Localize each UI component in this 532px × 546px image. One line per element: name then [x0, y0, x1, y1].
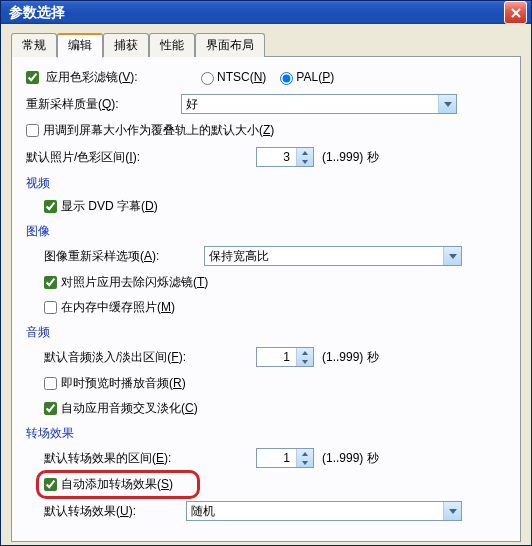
interval-hint-3: (1..999) 秒 [322, 450, 379, 467]
audio-fade-value: 1 [257, 350, 296, 364]
spin-down-icon[interactable] [302, 157, 308, 166]
show-dvd-subtitle-checkbox[interactable] [44, 200, 57, 213]
interval-hint-2: (1..999) 秒 [322, 349, 379, 366]
chevron-down-icon [443, 502, 461, 520]
spin-down-icon[interactable] [302, 357, 308, 366]
deflicker-label: 对照片应用去除闪烁滤镜(T) [61, 274, 208, 291]
show-dvd-subtitle-label: 显示 DVD 字幕(D) [61, 198, 158, 215]
section-video: 视频 [26, 175, 506, 192]
close-icon [511, 8, 521, 18]
auto-add-transition-label: 自动添加转场效果(S) [61, 476, 173, 493]
ntsc-radio-wrap[interactable]: NTSC(N) [201, 70, 266, 84]
auto-crossfade-label: 自动应用音频交叉淡化(C) [61, 400, 198, 417]
tab-bar: 常规 编辑 捕获 性能 界面布局 [11, 32, 521, 56]
image-resample-label: 图像重新采样选项(A): [44, 248, 204, 265]
section-transition: 转场效果 [26, 425, 506, 442]
titlebar: 参数选择 [1, 1, 531, 24]
tab-panel-edit: 应用色彩滤镜(V): NTSC(N) PAL(P) 重新采样质量(Q): 好 用… [11, 56, 521, 542]
spin-up-icon[interactable] [302, 348, 308, 357]
resize-default-checkbox[interactable] [26, 124, 39, 137]
pal-radio[interactable] [280, 72, 293, 85]
cache-photos-checkbox[interactable] [44, 301, 57, 314]
tab-capture[interactable]: 捕获 [103, 33, 149, 57]
transition-interval-value: 1 [257, 451, 296, 465]
auto-add-transition-checkbox[interactable] [44, 478, 57, 491]
section-audio: 音频 [26, 324, 506, 341]
resize-default-label: 用调到屏幕大小作为覆叠轨上的默认大小(Z) [43, 122, 274, 139]
tab-edit[interactable]: 编辑 [57, 33, 103, 58]
chevron-down-icon [438, 95, 456, 113]
default-photo-interval-spin[interactable]: 3 [256, 147, 314, 167]
tab-layout[interactable]: 界面布局 [195, 33, 265, 57]
interval-hint-1: (1..999) 秒 [322, 149, 379, 166]
image-resample-value: 保持宽高比 [209, 248, 269, 265]
resample-quality-select[interactable]: 好 [181, 94, 457, 114]
deflicker-checkbox[interactable] [44, 276, 57, 289]
dialog-window: 参数选择 常规 编辑 捕获 性能 界面布局 应用色彩滤镜(V): NTSC(N)… [0, 0, 532, 546]
transition-interval-spin[interactable]: 1 [256, 448, 314, 468]
cache-photos-label: 在内存中缓存照片(M) [61, 299, 175, 316]
default-transition-label: 默认转场效果(U): [44, 503, 186, 520]
auto-crossfade-checkbox[interactable] [44, 402, 57, 415]
instant-preview-checkbox[interactable] [44, 377, 57, 390]
spin-down-icon[interactable] [302, 458, 308, 467]
audio-fade-spin[interactable]: 1 [256, 347, 314, 367]
chevron-down-icon [443, 247, 461, 265]
image-resample-select[interactable]: 保持宽高比 [204, 246, 462, 266]
section-image: 图像 [26, 223, 506, 240]
default-transition-select[interactable]: 随机 [186, 501, 462, 521]
apply-color-filter-checkbox[interactable] [26, 71, 39, 84]
spin-up-icon[interactable] [302, 148, 308, 157]
resample-quality-value: 好 [186, 96, 198, 113]
close-button[interactable] [504, 1, 527, 24]
instant-preview-label: 即时预览时播放音频(R) [61, 375, 186, 392]
default-transition-value: 随机 [191, 503, 215, 520]
window-title: 参数选择 [9, 4, 504, 22]
spin-up-icon[interactable] [302, 449, 308, 458]
transition-interval-label: 默认转场效果的区间(E): [44, 450, 256, 467]
tab-general[interactable]: 常规 [11, 33, 57, 57]
tab-performance[interactable]: 性能 [149, 33, 195, 57]
audio-fade-label: 默认音频淡入/淡出区间(F): [44, 349, 256, 366]
dialog-buttons: 确定 取消 [11, 542, 521, 546]
apply-color-filter-label: 应用色彩滤镜(V): [46, 70, 137, 84]
resample-quality-label: 重新采样质量(Q): [26, 96, 181, 113]
default-photo-interval-value: 3 [257, 150, 296, 164]
pal-radio-wrap[interactable]: PAL(P) [280, 70, 334, 84]
default-photo-interval-label: 默认照片/色彩区间(I): [26, 149, 256, 166]
ntsc-radio[interactable] [201, 72, 214, 85]
